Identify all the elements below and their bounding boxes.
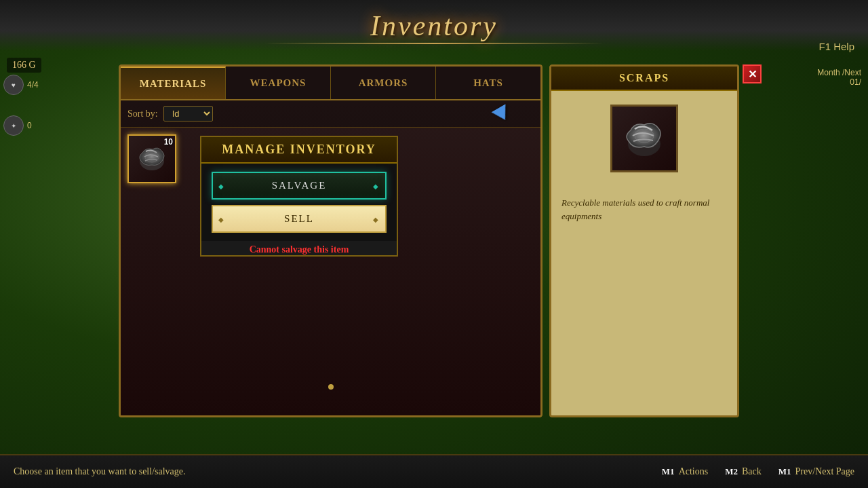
mana-bar: ✦ 0 — [3, 115, 39, 136]
sort-select[interactable]: Id Name Type — [163, 106, 213, 121]
salvage-button[interactable]: Salvage — [212, 172, 387, 200]
scroll-dot — [328, 384, 334, 390]
mana-value: 0 — [27, 121, 32, 130]
bottom-hint: Choose an item that you want to sell/sal… — [14, 466, 186, 477]
key-m1-page: M1 — [778, 466, 791, 477]
control-m2-back: M2 Back — [725, 466, 762, 477]
key-m1-actions: M1 — [662, 466, 675, 477]
info-description: Recyclable materials used to craft norma… — [551, 186, 737, 415]
item-slot-scraps[interactable]: 10 — [127, 134, 176, 183]
tab-materials[interactable]: Materials — [121, 67, 226, 99]
info-panel-title: Scraps — [551, 67, 737, 91]
label-page: Prev/Next Page — [795, 466, 854, 477]
sell-button[interactable]: Sell — [212, 205, 387, 233]
manage-modal-title: Manage Inventory — [201, 137, 397, 164]
health-bar: ♥ 4/4 — [3, 75, 39, 95]
label-actions: Actions — [679, 466, 709, 477]
inventory-title: Inventory — [370, 10, 498, 42]
bottom-controls: M1 Actions M2 Back M1 Prev/Next Page — [662, 466, 854, 477]
control-m1-actions: M1 Actions — [662, 466, 708, 477]
stat-bars: ♥ 4/4 ✦ 0 — [3, 75, 39, 136]
control-m1-page: M1 Prev/Next Page — [778, 466, 854, 477]
tabs-row: Materials Weapons Armors Hats — [121, 67, 540, 100]
top-bar: Inventory — [0, 0, 868, 51]
health-value: 4/4 — [27, 80, 39, 90]
tab-hats[interactable]: Hats — [436, 67, 540, 99]
error-message: Cannot salvage this item — [201, 244, 397, 255]
f1-help: F1 Help — [818, 41, 854, 52]
label-back: Back — [742, 466, 762, 477]
month-display: Month /Next 01/ — [817, 68, 861, 87]
key-m2-back: M2 — [725, 466, 738, 477]
sort-bar: Sort by: Id Name Type — [121, 100, 540, 128]
item-count-scraps: 10 — [164, 137, 173, 147]
close-button[interactable]: ✕ — [743, 64, 762, 83]
mana-icon: ✦ — [3, 115, 24, 136]
gold-display: 166 G — [7, 58, 41, 73]
tab-weapons[interactable]: Weapons — [226, 67, 331, 99]
info-scraps-icon — [617, 111, 671, 166]
title-underline — [264, 43, 604, 44]
info-item-frame — [610, 105, 678, 172]
info-panel: Scraps Recyclable materials used to craf… — [549, 64, 739, 417]
month-value: 01/ — [817, 77, 861, 87]
info-image-area — [551, 91, 737, 186]
manage-inventory-modal: Manage Inventory Salvage Sell Cannot sal… — [200, 136, 398, 257]
bottom-bar: Choose an item that you want to sell/sal… — [0, 454, 868, 488]
tab-armors[interactable]: Armors — [331, 67, 436, 99]
manage-modal-body: Salvage Sell — [201, 164, 397, 241]
month-label: Month /Next — [817, 68, 861, 77]
health-icon: ♥ — [3, 75, 24, 95]
sort-label: Sort by: — [127, 109, 158, 119]
